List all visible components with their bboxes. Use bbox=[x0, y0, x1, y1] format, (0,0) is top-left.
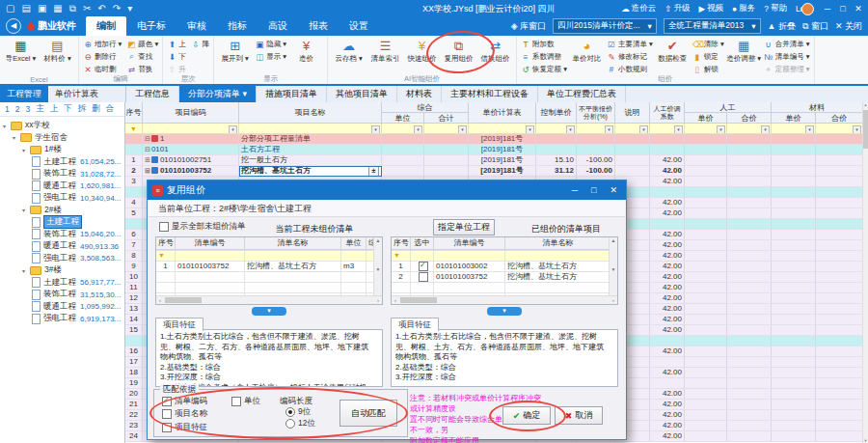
filter-cell[interactable]: ▾ bbox=[382, 124, 424, 134]
scrollbar-thumb[interactable] bbox=[165, 297, 202, 303]
ribbon-button[interactable]: №清单编号 ▾ bbox=[763, 50, 811, 63]
filter-cell[interactable]: ▾ bbox=[469, 124, 536, 134]
expand-left-panel-button[interactable]: ▼ bbox=[252, 307, 286, 316]
scroll-right-icon[interactable]: › bbox=[610, 296, 617, 304]
filter-dropdown-icon[interactable]: ▾ bbox=[639, 125, 648, 134]
tree-item[interactable]: 土建工程 bbox=[0, 216, 124, 229]
ribbon-button[interactable]: ⬇下 bbox=[166, 50, 187, 63]
code-length-12-radio[interactable]: 12位 bbox=[285, 418, 315, 429]
filter-dropdown-icon[interactable]: ▾ bbox=[605, 125, 613, 134]
ribbon-button[interactable]: ¥造价 bbox=[288, 38, 324, 63]
help[interactable]: ?帮助 bbox=[764, 3, 787, 14]
dialog-minimize-button[interactable]: ─ bbox=[572, 185, 578, 195]
filter-dropdown-icon[interactable]: ▾ bbox=[674, 125, 683, 134]
checkbox-checked-icon[interactable] bbox=[162, 397, 172, 406]
table-row[interactable]: 2⊞010101003752挖沟槽、基坑土石方±[2019]181号31.12-… bbox=[125, 166, 863, 177]
tree-item[interactable]: 装饰工程15,046,20... bbox=[0, 229, 124, 241]
library-window-button[interactable]: ◈ 库窗口 bbox=[511, 20, 546, 33]
filter-cell[interactable]: ▾ bbox=[143, 124, 239, 134]
ribbon-button[interactable]: ⬆上 bbox=[166, 38, 187, 50]
filter-cell[interactable] bbox=[245, 251, 341, 261]
unpriced-list-table[interactable]: 序号清单编号清单名称单位综合单▼1010101003752挖沟槽、基坑土石方m3… bbox=[155, 236, 383, 305]
table-row[interactable]: ⊟1分部分项工程量清单[2019]181号 bbox=[125, 134, 863, 145]
list-row[interactable]: 2010101003752挖沟槽、基坑土石方 bbox=[392, 272, 617, 283]
ribbon-button[interactable]: ▤材料价 ▾ bbox=[40, 38, 75, 63]
scroll-right-icon[interactable]: › bbox=[374, 296, 382, 304]
scroll-up-icon[interactable]: ▲ bbox=[863, 102, 868, 107]
tab-doc[interactable]: 其他项目清单 bbox=[327, 86, 397, 102]
save-icon[interactable]: ▣ bbox=[38, 0, 46, 17]
ribbon-button[interactable]: ¥快速组价 bbox=[404, 38, 440, 63]
dialog-title-bar[interactable]: ≡ 复用组价 ─ □ ✕ bbox=[148, 180, 626, 200]
service[interactable]: ●服务 bbox=[732, 3, 755, 14]
list-row[interactable] bbox=[392, 283, 617, 293]
checkbox-icon[interactable] bbox=[162, 409, 172, 419]
ribbon-tab[interactable]: 高设 bbox=[258, 16, 298, 36]
match-feature-checkbox[interactable]: 项目特征 bbox=[162, 422, 207, 433]
filter-dropdown-icon[interactable]: ▾ bbox=[566, 125, 575, 134]
ribbon-tab[interactable]: 审核 bbox=[176, 16, 217, 36]
ribbon-button[interactable]: ≡系数调整 bbox=[520, 50, 568, 63]
ribbon-button[interactable]: ⇩降 bbox=[190, 38, 211, 50]
list-row[interactable] bbox=[156, 283, 382, 293]
expand-icon[interactable]: ⊟ bbox=[145, 146, 150, 152]
open-icon[interactable]: ▤ bbox=[21, 0, 30, 17]
copy-icon[interactable]: ⧉ bbox=[69, 0, 76, 17]
filter-dropdown-icon[interactable]: ▾ bbox=[761, 125, 770, 134]
list-row[interactable]: 1010101003002挖沟槽、基坑土石方 bbox=[392, 262, 617, 272]
tree-item[interactable]: 装饰工程31,028,72... bbox=[0, 168, 124, 180]
tree-item[interactable]: 强电工程10,340,94... bbox=[0, 192, 124, 205]
tree-toolbar-button[interactable]: 主 bbox=[36, 103, 44, 115]
tab-doc[interactable]: 材料表 bbox=[397, 86, 442, 102]
cost-cloud[interactable]: ☁造价云 bbox=[621, 3, 656, 14]
checkbox-icon[interactable] bbox=[159, 222, 169, 232]
scrollbar-thumb[interactable] bbox=[863, 110, 868, 149]
tree-toolbar-button[interactable]: 1 bbox=[5, 104, 10, 114]
undo-icon[interactable]: ↶ bbox=[97, 0, 105, 17]
ribbon-button[interactable]: ▦导Excel ▾ bbox=[3, 38, 39, 63]
tree-item[interactable]: 强电工程3,508,563... bbox=[0, 253, 124, 265]
code-length-9-radio[interactable]: 9位 bbox=[285, 406, 311, 418]
horizontal-scrollbar[interactable]: ‹› bbox=[156, 295, 382, 304]
checkbox-icon[interactable] bbox=[162, 423, 172, 432]
video[interactable]: ▶视频 bbox=[698, 3, 723, 14]
match-list-code-checkbox[interactable]: 清单编码 bbox=[162, 396, 207, 407]
checkbox-icon[interactable] bbox=[231, 397, 241, 406]
tree-item[interactable]: ▾学生宿舍 bbox=[0, 132, 124, 145]
ribbon-button[interactable]: ⧉复用组价 bbox=[441, 38, 476, 63]
filter-cell[interactable] bbox=[434, 251, 505, 261]
ribbon-button[interactable]: ☰清单索引 bbox=[367, 38, 403, 63]
tree-item[interactable]: ▾3#楼 bbox=[0, 264, 124, 277]
assign-unit-project-button[interactable]: 指定单位工程 bbox=[433, 219, 495, 235]
ribbon-button[interactable]: ✎修改标记 bbox=[606, 50, 654, 63]
ribbon-button[interactable]: ⇄借换组价 bbox=[477, 38, 513, 63]
filter-cell[interactable]: ▼ bbox=[392, 251, 411, 261]
tab-doc[interactable]: 措施项目清单 bbox=[257, 86, 327, 102]
list-standard-dropdown[interactable]: 全统工程量清单2013▾ bbox=[664, 18, 761, 34]
ribbon-tab[interactable]: 电子标 bbox=[126, 16, 176, 36]
close-button[interactable]: ✕ bbox=[851, 0, 866, 17]
tree-item[interactable]: ▾xx学校 bbox=[0, 120, 124, 132]
tree-item[interactable]: 土建工程61,054,25... bbox=[0, 156, 124, 169]
filter-cell[interactable]: ▾ bbox=[816, 124, 863, 134]
right-feature-tab[interactable]: 项目特征 bbox=[391, 318, 439, 331]
tree-item[interactable]: 强电工程6,919,173... bbox=[0, 313, 124, 325]
ribbon-button[interactable]: ⌕查找 bbox=[125, 50, 159, 63]
new-icon[interactable]: ▢ bbox=[6, 0, 14, 17]
filter-dropdown-icon[interactable]: ▾ bbox=[805, 125, 814, 134]
library-window-toggle[interactable]: ⧉ 窗口 bbox=[802, 20, 828, 33]
filter-cell[interactable]: ▾ bbox=[615, 124, 650, 134]
tab-doc[interactable]: 单位工程费汇总表 bbox=[538, 86, 626, 102]
tree-item[interactable]: 暖通工程490,913.36 bbox=[0, 240, 124, 253]
filter-dropdown-icon[interactable]: ▾ bbox=[717, 125, 725, 134]
filter-cell[interactable]: ▼ bbox=[156, 251, 176, 261]
filter-cell[interactable]: ▾ bbox=[536, 124, 577, 134]
expand-icon[interactable]: ⊞ bbox=[145, 156, 150, 163]
vertical-scrollbar[interactable]: ▲▼ bbox=[609, 237, 617, 296]
ribbon-tab[interactable]: 指标 bbox=[217, 16, 258, 36]
show-all-checkbox[interactable]: 显示全部未组价清单 bbox=[159, 221, 246, 233]
tree-toolbar-button[interactable]: 删 bbox=[92, 103, 100, 115]
maximize-button[interactable]: □ bbox=[835, 0, 851, 17]
vertical-scrollbar[interactable]: ▲▼ bbox=[373, 237, 382, 296]
close-library-button[interactable]: ✕ 关闭 bbox=[835, 20, 862, 33]
